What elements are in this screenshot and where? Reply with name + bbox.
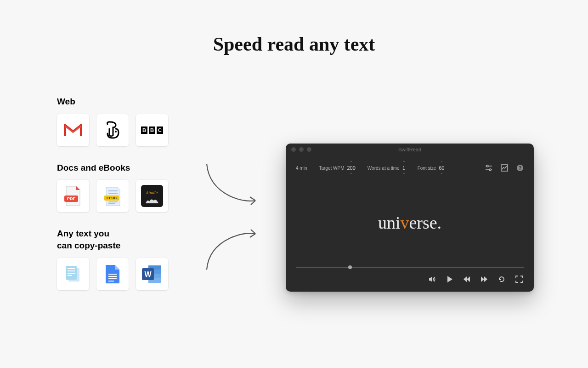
stats-chart-icon[interactable] xyxy=(501,164,508,172)
anytext-icons-row: W xyxy=(57,258,186,290)
gmail-icon xyxy=(57,114,89,146)
reader-accent: v xyxy=(400,213,409,232)
page-title: Speed read any text xyxy=(0,33,588,55)
docs-icons-row: PDF EPUB kindle xyxy=(57,180,186,212)
rewind-icon[interactable] xyxy=(463,276,470,282)
google-docs-icon xyxy=(96,258,129,290)
words-control[interactable]: Words at a time ⌃ 1 ⌄ xyxy=(368,161,406,175)
sources-column: Web B B C xyxy=(57,96,186,306)
section-label-web: Web xyxy=(57,96,186,108)
pdf-icon: PDF xyxy=(57,180,89,212)
bbc-icon: B B C xyxy=(136,114,168,146)
arrow-top xyxy=(202,160,262,211)
svg-point-39 xyxy=(486,165,488,167)
words-up[interactable]: ⌃ xyxy=(402,161,406,165)
svg-text:B: B xyxy=(142,127,146,133)
restart-icon[interactable] xyxy=(498,276,505,283)
titlebar: SwiftRead xyxy=(286,144,534,155)
app-window: SwiftRead 4 min Target WPM ⌃ 200 ⌄ Words… xyxy=(286,144,534,292)
svg-text:kindle: kindle xyxy=(147,190,158,195)
fontsize-value: 60 xyxy=(439,165,444,171)
svg-text:PDF: PDF xyxy=(67,196,76,201)
fullscreen-icon[interactable] xyxy=(515,276,523,283)
wpm-value: 200 xyxy=(347,165,355,171)
section-label-docs: Docs and eBooks xyxy=(57,162,186,174)
progress-track[interactable] xyxy=(296,267,524,268)
fontsize-down[interactable]: ⌄ xyxy=(440,171,443,175)
time-remaining-value: 4 min xyxy=(296,166,307,171)
svg-text:W: W xyxy=(144,270,152,278)
svg-text:B: B xyxy=(150,127,154,133)
svg-point-40 xyxy=(489,169,491,171)
reader-pre: uni xyxy=(378,213,401,232)
kindle-icon: kindle xyxy=(136,180,168,212)
word-icon: W xyxy=(136,258,168,290)
window-title: SwiftRead xyxy=(286,147,534,152)
section-label-anytext: Any text you can copy-paste xyxy=(57,228,186,251)
wpm-down[interactable]: ⌄ xyxy=(350,171,353,175)
epub-icon: EPUB xyxy=(96,180,129,212)
time-remaining: 4 min xyxy=(296,166,307,171)
svg-text:EPUB: EPUB xyxy=(107,196,117,200)
web-icons-row: B B C xyxy=(57,114,186,146)
settings-sliders-icon[interactable] xyxy=(485,164,492,172)
words-value: 1 xyxy=(402,165,405,171)
wpm-control[interactable]: Target WPM ⌃ 200 ⌄ xyxy=(319,161,355,175)
volume-icon[interactable] xyxy=(428,275,436,283)
playback-controls xyxy=(286,268,534,292)
help-icon[interactable]: ? xyxy=(516,164,524,172)
nyt-icon xyxy=(96,114,129,146)
fontsize-label: Font size xyxy=(418,166,436,171)
play-icon[interactable] xyxy=(447,276,453,283)
reader-post: erse. xyxy=(409,213,441,232)
forward-icon[interactable] xyxy=(481,276,488,282)
svg-text:?: ? xyxy=(519,165,522,171)
fontsize-up[interactable]: ⌃ xyxy=(440,161,443,165)
toolbar: 4 min Target WPM ⌃ 200 ⌄ Words at a time… xyxy=(286,155,534,178)
svg-text:C: C xyxy=(158,127,162,133)
words-label: Words at a time xyxy=(368,166,400,171)
fontsize-control[interactable]: Font size ⌃ 60 ⌄ xyxy=(418,161,445,175)
words-down[interactable]: ⌄ xyxy=(402,171,406,175)
text-file-icon xyxy=(57,258,89,290)
arrow-bottom xyxy=(202,225,262,273)
reader-word: universe. xyxy=(378,213,441,233)
wpm-label: Target WPM xyxy=(319,166,344,171)
svg-point-3 xyxy=(115,131,117,132)
wpm-up[interactable]: ⌃ xyxy=(350,161,353,165)
svg-rect-18 xyxy=(141,185,163,207)
reader-area: universe. xyxy=(286,178,534,267)
